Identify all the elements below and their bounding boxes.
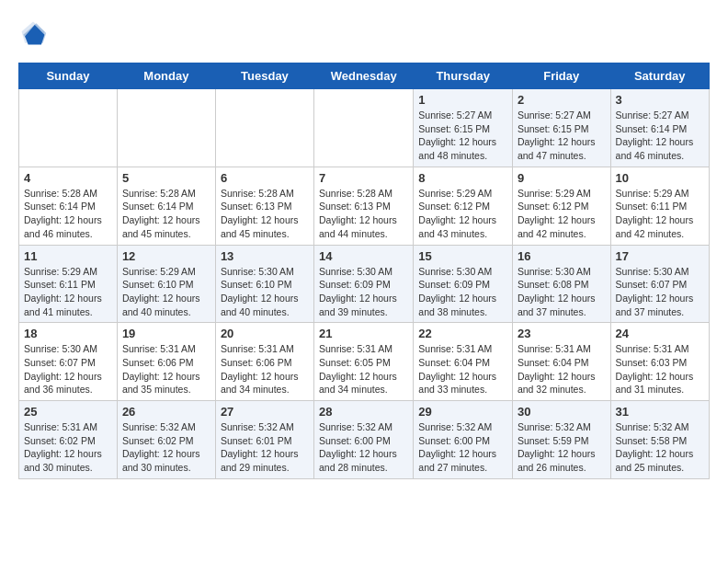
calendar-cell: 8Sunrise: 5:29 AMSunset: 6:12 PMDaylight… bbox=[414, 167, 513, 245]
calendar-cell: 19Sunrise: 5:31 AMSunset: 6:06 PMDayligh… bbox=[117, 323, 215, 401]
cell-text-line: and 25 minutes. bbox=[616, 461, 704, 475]
cell-text-line: and 40 minutes. bbox=[122, 305, 210, 319]
header-cell-thursday: Thursday bbox=[414, 63, 513, 89]
cell-text-line: Sunrise: 5:32 AM bbox=[221, 420, 309, 434]
cell-text-line: Daylight: 12 hours bbox=[319, 370, 408, 384]
cell-text-line: and 43 minutes. bbox=[418, 227, 507, 241]
cell-text-line: Sunset: 6:04 PM bbox=[418, 356, 507, 370]
cell-text-line: and 47 minutes. bbox=[518, 149, 606, 163]
cell-text-line: Daylight: 12 hours bbox=[418, 292, 507, 305]
calendar-cell: 13Sunrise: 5:30 AMSunset: 6:10 PMDayligh… bbox=[215, 245, 313, 323]
day-number: 7 bbox=[319, 171, 408, 185]
cell-text-line: Sunrise: 5:30 AM bbox=[616, 265, 704, 279]
calendar-cell: 17Sunrise: 5:30 AMSunset: 6:07 PMDayligh… bbox=[610, 245, 709, 323]
cell-text-line: Sunset: 6:05 PM bbox=[319, 356, 408, 370]
day-number: 24 bbox=[616, 327, 704, 340]
calendar-cell: 6Sunrise: 5:28 AMSunset: 6:13 PMDaylight… bbox=[215, 167, 313, 245]
cell-text-line: Sunset: 6:07 PM bbox=[616, 278, 704, 292]
cell-text-line: Sunset: 6:06 PM bbox=[221, 356, 309, 370]
calendar-cell: 9Sunrise: 5:29 AMSunset: 6:12 PMDaylight… bbox=[512, 167, 610, 245]
cell-text-line: and 26 minutes. bbox=[518, 461, 606, 475]
cell-text-line: and 33 minutes. bbox=[418, 383, 507, 396]
header-cell-monday: Monday bbox=[117, 63, 215, 89]
day-number: 13 bbox=[221, 249, 309, 263]
cell-text-line: and 32 minutes. bbox=[518, 383, 606, 396]
cell-text-line: Sunrise: 5:30 AM bbox=[319, 265, 408, 279]
cell-text-line: Sunset: 6:12 PM bbox=[418, 200, 507, 213]
cell-text-line: Sunrise: 5:32 AM bbox=[616, 420, 704, 434]
cell-text-line: and 30 minutes. bbox=[122, 461, 210, 475]
cell-text-line: Daylight: 12 hours bbox=[518, 447, 606, 461]
cell-text-line: Sunrise: 5:28 AM bbox=[221, 187, 309, 201]
calendar-cell: 23Sunrise: 5:31 AMSunset: 6:04 PMDayligh… bbox=[512, 323, 610, 401]
cell-text-line: Sunset: 6:08 PM bbox=[518, 278, 606, 292]
calendar-table: SundayMondayTuesdayWednesdayThursdayFrid… bbox=[18, 63, 710, 479]
cell-text-line: Daylight: 12 hours bbox=[122, 447, 210, 461]
cell-text-line: and 45 minutes. bbox=[122, 227, 210, 241]
cell-text-line: Daylight: 12 hours bbox=[518, 292, 606, 305]
cell-text-line: Sunset: 6:00 PM bbox=[418, 434, 507, 448]
cell-text-line: Daylight: 12 hours bbox=[616, 292, 704, 305]
cell-text-line: Sunrise: 5:32 AM bbox=[122, 420, 210, 434]
calendar-cell bbox=[314, 89, 414, 167]
cell-text-line: and 35 minutes. bbox=[122, 383, 210, 396]
calendar-body: 1Sunrise: 5:27 AMSunset: 6:15 PMDaylight… bbox=[19, 89, 710, 479]
cell-text-line: Sunrise: 5:31 AM bbox=[122, 342, 210, 356]
header-cell-friday: Friday bbox=[512, 63, 610, 89]
cell-text-line: Daylight: 12 hours bbox=[221, 213, 309, 227]
calendar-cell: 31Sunrise: 5:32 AMSunset: 5:58 PMDayligh… bbox=[610, 401, 709, 479]
day-number: 3 bbox=[616, 93, 704, 107]
calendar-cell: 28Sunrise: 5:32 AMSunset: 6:00 PMDayligh… bbox=[314, 401, 414, 479]
day-number: 28 bbox=[319, 405, 408, 419]
cell-text-line: Daylight: 12 hours bbox=[122, 292, 210, 305]
cell-text-line: Sunrise: 5:27 AM bbox=[616, 109, 704, 122]
cell-text-line: Sunrise: 5:29 AM bbox=[418, 187, 507, 201]
cell-text-line: Sunrise: 5:30 AM bbox=[221, 265, 309, 279]
cell-text-line: and 41 minutes. bbox=[24, 305, 112, 319]
cell-text-line: and 45 minutes. bbox=[221, 227, 309, 241]
calendar-cell: 27Sunrise: 5:32 AMSunset: 6:01 PMDayligh… bbox=[215, 401, 313, 479]
day-number: 18 bbox=[24, 327, 112, 340]
cell-text-line: Daylight: 12 hours bbox=[221, 370, 309, 384]
cell-text-line: Daylight: 12 hours bbox=[24, 370, 112, 384]
calendar-cell bbox=[215, 89, 313, 167]
cell-text-line: and 37 minutes. bbox=[518, 305, 606, 319]
cell-text-line: and 29 minutes. bbox=[221, 461, 309, 475]
cell-text-line: and 34 minutes. bbox=[319, 383, 408, 396]
day-number: 27 bbox=[221, 405, 309, 419]
day-number: 12 bbox=[122, 249, 210, 263]
cell-text-line: Sunset: 6:10 PM bbox=[122, 278, 210, 292]
calendar-cell: 12Sunrise: 5:29 AMSunset: 6:10 PMDayligh… bbox=[117, 245, 215, 323]
cell-text-line: Sunrise: 5:28 AM bbox=[122, 187, 210, 201]
cell-text-line: Daylight: 12 hours bbox=[418, 370, 507, 384]
cell-text-line: Sunset: 6:06 PM bbox=[122, 356, 210, 370]
cell-text-line: and 38 minutes. bbox=[418, 305, 507, 319]
calendar-cell: 11Sunrise: 5:29 AMSunset: 6:11 PMDayligh… bbox=[19, 245, 118, 323]
cell-text-line: and 44 minutes. bbox=[319, 227, 408, 241]
cell-text-line: Sunset: 5:59 PM bbox=[518, 434, 606, 448]
cell-text-line: Daylight: 12 hours bbox=[221, 447, 309, 461]
day-number: 26 bbox=[122, 405, 210, 419]
day-number: 15 bbox=[418, 249, 507, 263]
cell-text-line: Daylight: 12 hours bbox=[319, 292, 408, 305]
cell-text-line: Sunrise: 5:27 AM bbox=[418, 109, 507, 122]
calendar-cell: 7Sunrise: 5:28 AMSunset: 6:13 PMDaylight… bbox=[314, 167, 414, 245]
cell-text-line: Sunrise: 5:28 AM bbox=[24, 187, 112, 201]
cell-text-line: Daylight: 12 hours bbox=[616, 447, 704, 461]
day-number: 22 bbox=[418, 327, 507, 340]
page-header bbox=[18, 18, 710, 48]
cell-text-line: Sunrise: 5:31 AM bbox=[221, 342, 309, 356]
cell-text-line: Daylight: 12 hours bbox=[24, 213, 112, 227]
cell-text-line: Sunset: 6:13 PM bbox=[319, 200, 408, 213]
cell-text-line: Sunset: 6:01 PM bbox=[221, 434, 309, 448]
cell-text-line: Sunrise: 5:30 AM bbox=[418, 265, 507, 279]
day-number: 10 bbox=[616, 171, 704, 185]
cell-text-line: Sunset: 6:13 PM bbox=[221, 200, 309, 213]
cell-text-line: Sunset: 6:02 PM bbox=[24, 434, 112, 448]
day-number: 19 bbox=[122, 327, 210, 340]
calendar-cell: 29Sunrise: 5:32 AMSunset: 6:00 PMDayligh… bbox=[414, 401, 513, 479]
cell-text-line: Daylight: 12 hours bbox=[24, 292, 112, 305]
cell-text-line: Sunset: 6:03 PM bbox=[616, 356, 704, 370]
cell-text-line: Daylight: 12 hours bbox=[616, 370, 704, 384]
cell-text-line: and 30 minutes. bbox=[24, 461, 112, 475]
